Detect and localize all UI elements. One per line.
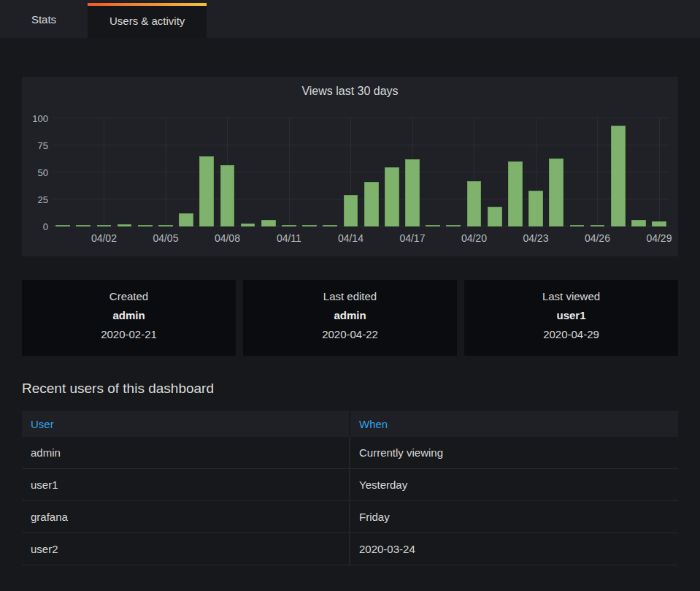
column-header-user[interactable]: User xyxy=(22,411,349,437)
x-tick-label: 04/08 xyxy=(215,232,240,244)
bar-slot xyxy=(443,118,464,226)
bar-slot xyxy=(361,118,382,226)
bar-slot xyxy=(176,118,196,226)
chart-area: 0255075100 04/0204/0504/0804/1104/1404/1… xyxy=(22,118,678,256)
bar-04/23 xyxy=(528,191,543,226)
bar-slot xyxy=(320,118,340,226)
chart-title: Views last 30 days xyxy=(22,77,678,98)
bar-slot xyxy=(464,118,484,226)
bar-slot xyxy=(299,118,320,226)
stat-label: Created xyxy=(22,290,236,302)
cell-when: Friday xyxy=(349,501,678,533)
tab-users-activity[interactable]: Users & activity xyxy=(88,3,207,38)
stat-card-last-edited: Last edited admin 2020-04-22 xyxy=(243,280,457,356)
bar-04/15 xyxy=(364,182,379,226)
bar-slot xyxy=(423,118,443,226)
bar-04/21 xyxy=(488,207,502,226)
bar-slot xyxy=(217,118,237,226)
table-row: grafanaFriday xyxy=(22,501,678,533)
bar-04/20 xyxy=(467,181,482,226)
bar-slot xyxy=(628,118,649,226)
stat-date: 2020-04-29 xyxy=(464,328,678,340)
bar-04/24 xyxy=(549,159,564,226)
bar-plot xyxy=(53,118,669,226)
bar-04/14 xyxy=(344,195,358,226)
x-tick-label: 04/14 xyxy=(338,232,364,244)
stat-label: Last edited xyxy=(243,290,457,302)
cell-user: grafana xyxy=(22,501,349,533)
x-axis: 04/0204/0504/0804/1104/1404/1704/2004/23… xyxy=(53,226,669,248)
stat-card-last-viewed: Last viewed user1 2020-04-29 xyxy=(464,280,678,356)
bar-04/29 xyxy=(652,221,666,226)
table-header-row: User When xyxy=(22,411,678,437)
bar-slot xyxy=(402,118,423,226)
recent-users-tbody: adminCurrently viewinguser1Yesterdaygraf… xyxy=(22,437,678,565)
x-tick-label: 04/05 xyxy=(153,232,178,244)
recent-users-table: User When adminCurrently viewinguser1Yes… xyxy=(22,411,678,565)
bar-04/22 xyxy=(508,161,523,226)
bar-slot xyxy=(608,118,628,226)
column-header-when[interactable]: When xyxy=(350,411,678,437)
bar-slot xyxy=(587,118,607,226)
stat-card-created: Created admin 2020-02-21 xyxy=(22,280,236,356)
bar-slot xyxy=(526,118,546,226)
y-axis: 0255075100 xyxy=(22,118,48,226)
bar-slot xyxy=(238,118,258,226)
tab-bar: Stats Users & activity xyxy=(0,0,700,38)
bar-slot xyxy=(155,118,176,226)
bar-slot xyxy=(546,118,566,226)
bar-slot xyxy=(93,118,114,226)
cell-user: user1 xyxy=(22,469,349,500)
x-tick-label: 04/23 xyxy=(523,232,548,244)
table-row: user22020-03-24 xyxy=(22,533,678,565)
x-tick-label: 04/26 xyxy=(585,232,610,244)
stat-user: admin xyxy=(22,309,236,321)
y-tick-label: 50 xyxy=(38,167,48,178)
cell-when: Currently viewing xyxy=(349,437,678,468)
bar-slot xyxy=(382,118,402,226)
bar-slot xyxy=(115,118,135,226)
bar-slot xyxy=(649,118,669,226)
stat-user: admin xyxy=(243,309,457,321)
y-tick-label: 75 xyxy=(38,140,48,151)
bar-04/27 xyxy=(611,126,626,226)
recent-users-heading: Recent users of this dashboard xyxy=(22,381,678,397)
bar-slot xyxy=(279,118,299,226)
bar-04/28 xyxy=(631,220,646,226)
y-tick-label: 0 xyxy=(43,221,48,232)
stat-label: Last viewed xyxy=(464,290,678,302)
y-tick-label: 100 xyxy=(32,113,48,124)
stat-date: 2020-02-21 xyxy=(22,328,236,340)
table-row: adminCurrently viewing xyxy=(22,437,678,469)
x-tick-label: 04/20 xyxy=(461,232,487,244)
bar-04/17 xyxy=(405,159,420,226)
cell-user: user2 xyxy=(22,533,349,565)
stat-date: 2020-04-22 xyxy=(243,328,457,340)
x-tick-label: 04/29 xyxy=(646,232,672,244)
bar-slot xyxy=(258,118,279,226)
x-tick-label: 04/17 xyxy=(399,232,425,244)
bar-slot xyxy=(196,118,217,226)
stat-cards: Created admin 2020-02-21 Last edited adm… xyxy=(22,280,678,356)
cell-when: Yesterday xyxy=(349,469,678,500)
views-chart-panel: Views last 30 days 0255075100 04/0204/05… xyxy=(22,77,678,256)
stat-user: user1 xyxy=(464,309,678,321)
bar-04/10 xyxy=(261,220,276,226)
cell-user: admin xyxy=(22,437,349,468)
tab-stats[interactable]: Stats xyxy=(0,0,88,38)
x-tick-label: 04/11 xyxy=(277,232,301,244)
bar-slot xyxy=(53,118,73,226)
y-tick-label: 25 xyxy=(38,194,48,205)
bar-slot xyxy=(505,118,526,226)
bar-04/16 xyxy=(385,167,399,226)
bars-layer xyxy=(53,118,669,226)
bar-04/08 xyxy=(220,165,235,226)
bar-slot xyxy=(340,118,361,226)
bar-slot xyxy=(566,118,587,226)
bar-slot xyxy=(135,118,155,226)
insights-page: { "tabs": [ { "label": "Stats", "active"… xyxy=(0,0,700,591)
bar-slot xyxy=(73,118,93,226)
cell-when: 2020-03-24 xyxy=(349,533,678,565)
insights-content: Views last 30 days 0255075100 04/0204/05… xyxy=(0,77,700,565)
x-tick-label: 04/02 xyxy=(91,232,117,244)
